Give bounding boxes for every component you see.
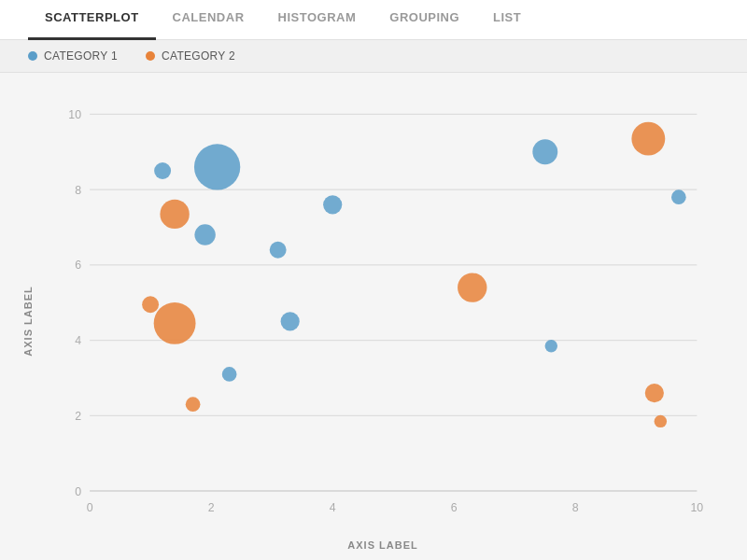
tab-list[interactable]: LIST bbox=[476, 10, 538, 40]
x-axis-label: AXIS LABEL bbox=[37, 535, 728, 551]
legend-item-cat2: CATEGORY 2 bbox=[146, 49, 235, 63]
legend-dot-cat2 bbox=[146, 51, 155, 61]
svg-text:10: 10 bbox=[691, 502, 704, 515]
svg-point-25 bbox=[281, 312, 300, 330]
svg-point-19 bbox=[154, 162, 171, 179]
svg-point-27 bbox=[545, 340, 557, 352]
svg-point-24 bbox=[323, 195, 342, 214]
svg-point-31 bbox=[154, 302, 196, 344]
legend-dot-cat1 bbox=[28, 51, 37, 61]
chart-area: AXIS LABEL 02468100246810 AXIS LABEL bbox=[0, 73, 747, 560]
legend-label-cat1: CATEGORY 1 bbox=[44, 49, 118, 63]
svg-text:6: 6 bbox=[451, 502, 458, 515]
svg-text:2: 2 bbox=[208, 502, 215, 515]
svg-point-36 bbox=[655, 415, 667, 427]
y-axis-label-container: AXIS LABEL bbox=[19, 91, 37, 551]
svg-point-28 bbox=[671, 189, 686, 204]
svg-text:0: 0 bbox=[87, 502, 93, 515]
svg-point-29 bbox=[142, 296, 159, 313]
tab-bar: SCATTERPLOT CALENDAR HISTOGRAM GROUPING … bbox=[0, 0, 747, 40]
svg-container: 02468100246810 bbox=[37, 91, 728, 535]
legend-label-cat2: CATEGORY 2 bbox=[162, 49, 235, 63]
svg-text:2: 2 bbox=[75, 410, 81, 423]
chart-wrapper: AXIS LABEL 02468100246810 AXIS LABEL bbox=[19, 91, 728, 551]
tab-histogram[interactable]: HISTOGRAM bbox=[261, 10, 374, 40]
svg-point-35 bbox=[645, 384, 664, 402]
svg-point-23 bbox=[222, 367, 237, 382]
tab-scatterplot[interactable]: SCATTERPLOT bbox=[28, 10, 156, 40]
svg-text:4: 4 bbox=[75, 334, 81, 347]
svg-text:8: 8 bbox=[572, 502, 579, 515]
svg-text:8: 8 bbox=[75, 184, 81, 197]
svg-point-32 bbox=[186, 397, 201, 412]
svg-point-26 bbox=[532, 139, 557, 164]
svg-text:0: 0 bbox=[75, 485, 81, 498]
tab-grouping[interactable]: GROUPING bbox=[373, 10, 476, 40]
y-axis-label: AXIS LABEL bbox=[22, 286, 34, 356]
svg-point-22 bbox=[270, 242, 287, 259]
svg-point-34 bbox=[631, 122, 665, 156]
svg-point-30 bbox=[160, 200, 189, 229]
app-container: SCATTERPLOT CALENDAR HISTOGRAM GROUPING … bbox=[0, 0, 747, 560]
chart-inner: 02468100246810 AXIS LABEL bbox=[37, 91, 728, 551]
svg-point-20 bbox=[194, 224, 215, 245]
scatter-svg: 02468100246810 bbox=[37, 91, 728, 535]
svg-text:6: 6 bbox=[75, 259, 81, 272]
svg-point-33 bbox=[458, 273, 486, 301]
svg-point-21 bbox=[194, 144, 240, 189]
legend-item-cat1: CATEGORY 1 bbox=[28, 49, 118, 63]
svg-text:4: 4 bbox=[330, 502, 336, 515]
svg-text:10: 10 bbox=[68, 108, 81, 121]
tab-calendar[interactable]: CALENDAR bbox=[156, 10, 261, 40]
legend-bar: CATEGORY 1 CATEGORY 2 bbox=[0, 40, 747, 73]
